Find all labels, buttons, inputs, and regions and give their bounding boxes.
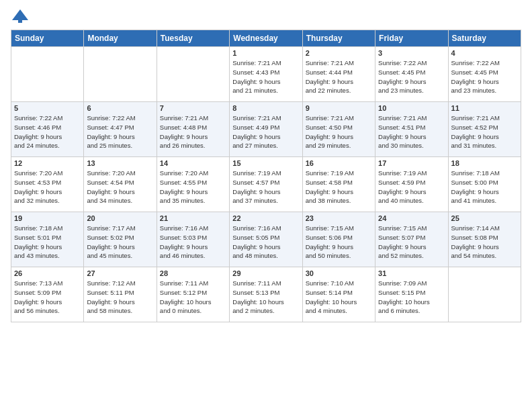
day-number: 1 [232, 49, 299, 57]
day-info: Sunrise: 7:14 AM Sunset: 5:08 PM Dayligh… [451, 224, 518, 261]
calendar-cell [157, 47, 229, 102]
calendar-cell: 18Sunrise: 7:18 AM Sunset: 5:00 PM Dayli… [448, 157, 521, 212]
day-info: Sunrise: 7:16 AM Sunset: 5:03 PM Dayligh… [160, 224, 226, 261]
day-info: Sunrise: 7:15 AM Sunset: 5:07 PM Dayligh… [378, 224, 445, 261]
calendar-cell: 20Sunrise: 7:17 AM Sunset: 5:02 PM Dayli… [84, 212, 157, 267]
day-info: Sunrise: 7:11 AM Sunset: 5:12 PM Dayligh… [160, 279, 226, 316]
calendar-cell: 22Sunrise: 7:16 AM Sunset: 5:05 PM Dayli… [230, 212, 302, 267]
day-number: 4 [451, 49, 518, 57]
calendar-day-header: Tuesday [157, 30, 229, 47]
day-info: Sunrise: 7:21 AM Sunset: 4:49 PM Dayligh… [232, 113, 299, 150]
day-number: 21 [160, 214, 226, 222]
day-info: Sunrise: 7:21 AM Sunset: 4:52 PM Dayligh… [451, 113, 518, 150]
day-info: Sunrise: 7:13 AM Sunset: 5:09 PM Dayligh… [14, 279, 81, 316]
day-info: Sunrise: 7:12 AM Sunset: 5:11 PM Dayligh… [87, 279, 153, 316]
day-number: 27 [87, 269, 153, 277]
calendar-week-row: 1Sunrise: 7:21 AM Sunset: 4:43 PM Daylig… [11, 47, 521, 102]
day-info: Sunrise: 7:10 AM Sunset: 5:14 PM Dayligh… [306, 279, 372, 316]
calendar-cell: 30Sunrise: 7:10 AM Sunset: 5:14 PM Dayli… [302, 267, 375, 322]
calendar-header-row: SundayMondayTuesdayWednesdayThursdayFrid… [11, 30, 521, 47]
header [11, 7, 521, 26]
calendar-day-header: Sunday [11, 30, 84, 47]
calendar-cell: 23Sunrise: 7:15 AM Sunset: 5:06 PM Dayli… [302, 212, 375, 267]
calendar-cell: 12Sunrise: 7:20 AM Sunset: 4:53 PM Dayli… [11, 157, 84, 212]
calendar-cell: 7Sunrise: 7:21 AM Sunset: 4:48 PM Daylig… [157, 102, 229, 157]
calendar-day-header: Thursday [302, 30, 375, 47]
day-number: 6 [87, 104, 153, 112]
day-number: 29 [232, 269, 299, 277]
day-number: 5 [14, 104, 81, 112]
calendar-cell: 27Sunrise: 7:12 AM Sunset: 5:11 PM Dayli… [84, 267, 157, 322]
day-info: Sunrise: 7:21 AM Sunset: 4:50 PM Dayligh… [306, 113, 372, 150]
day-number: 25 [451, 214, 518, 222]
calendar-cell: 1Sunrise: 7:21 AM Sunset: 4:43 PM Daylig… [230, 47, 302, 102]
calendar-cell [448, 267, 521, 322]
day-info: Sunrise: 7:18 AM Sunset: 5:00 PM Dayligh… [451, 169, 518, 205]
day-info: Sunrise: 7:21 AM Sunset: 4:51 PM Dayligh… [378, 113, 445, 150]
logo-icon [11, 7, 30, 26]
day-number: 13 [87, 159, 153, 167]
day-number: 16 [306, 159, 372, 167]
day-number: 10 [378, 104, 445, 112]
calendar-cell: 4Sunrise: 7:22 AM Sunset: 4:45 PM Daylig… [448, 47, 521, 102]
page: SundayMondayTuesdayWednesdayThursdayFrid… [0, 0, 532, 411]
day-info: Sunrise: 7:20 AM Sunset: 4:55 PM Dayligh… [160, 169, 226, 205]
calendar-cell: 10Sunrise: 7:21 AM Sunset: 4:51 PM Dayli… [375, 102, 448, 157]
day-info: Sunrise: 7:15 AM Sunset: 5:06 PM Dayligh… [306, 224, 372, 261]
day-number: 8 [232, 104, 299, 112]
day-info: Sunrise: 7:22 AM Sunset: 4:47 PM Dayligh… [87, 113, 153, 150]
calendar-day-header: Friday [375, 30, 448, 47]
calendar-cell: 28Sunrise: 7:11 AM Sunset: 5:12 PM Dayli… [157, 267, 229, 322]
day-number: 17 [378, 159, 445, 167]
calendar-cell: 26Sunrise: 7:13 AM Sunset: 5:09 PM Dayli… [11, 267, 84, 322]
day-info: Sunrise: 7:20 AM Sunset: 4:53 PM Dayligh… [14, 169, 81, 205]
day-number: 28 [160, 269, 226, 277]
day-info: Sunrise: 7:21 AM Sunset: 4:48 PM Dayligh… [160, 113, 226, 150]
day-info: Sunrise: 7:16 AM Sunset: 5:05 PM Dayligh… [232, 224, 299, 261]
day-number: 24 [378, 214, 445, 222]
day-info: Sunrise: 7:20 AM Sunset: 4:54 PM Dayligh… [87, 169, 153, 205]
day-number: 9 [306, 104, 372, 112]
calendar-day-header: Wednesday [230, 30, 302, 47]
calendar-cell: 6Sunrise: 7:22 AM Sunset: 4:47 PM Daylig… [84, 102, 157, 157]
day-number: 2 [306, 49, 372, 57]
day-number: 19 [14, 214, 81, 222]
day-info: Sunrise: 7:19 AM Sunset: 4:59 PM Dayligh… [378, 169, 445, 205]
calendar-cell: 31Sunrise: 7:09 AM Sunset: 5:15 PM Dayli… [375, 267, 448, 322]
calendar-week-row: 26Sunrise: 7:13 AM Sunset: 5:09 PM Dayli… [11, 267, 521, 322]
day-info: Sunrise: 7:11 AM Sunset: 5:13 PM Dayligh… [232, 279, 299, 316]
day-number: 7 [160, 104, 226, 112]
calendar-cell: 25Sunrise: 7:14 AM Sunset: 5:08 PM Dayli… [448, 212, 521, 267]
day-number: 14 [160, 159, 226, 167]
day-info: Sunrise: 7:18 AM Sunset: 5:01 PM Dayligh… [14, 224, 81, 261]
day-info: Sunrise: 7:22 AM Sunset: 4:45 PM Dayligh… [378, 58, 445, 95]
calendar-day-header: Saturday [448, 30, 521, 47]
day-number: 18 [451, 159, 518, 167]
day-info: Sunrise: 7:22 AM Sunset: 4:45 PM Dayligh… [451, 58, 518, 95]
calendar-cell [84, 47, 157, 102]
day-number: 3 [378, 49, 445, 57]
day-number: 11 [451, 104, 518, 112]
calendar-cell: 24Sunrise: 7:15 AM Sunset: 5:07 PM Dayli… [375, 212, 448, 267]
calendar-cell: 29Sunrise: 7:11 AM Sunset: 5:13 PM Dayli… [230, 267, 302, 322]
day-number: 15 [232, 159, 299, 167]
day-number: 31 [378, 269, 445, 277]
calendar-week-row: 5Sunrise: 7:22 AM Sunset: 4:46 PM Daylig… [11, 102, 521, 157]
day-info: Sunrise: 7:19 AM Sunset: 4:58 PM Dayligh… [306, 169, 372, 205]
calendar-cell: 16Sunrise: 7:19 AM Sunset: 4:58 PM Dayli… [302, 157, 375, 212]
calendar-cell: 5Sunrise: 7:22 AM Sunset: 4:46 PM Daylig… [11, 102, 84, 157]
day-number: 12 [14, 159, 81, 167]
calendar-table: SundayMondayTuesdayWednesdayThursdayFrid… [11, 30, 521, 322]
calendar-cell [11, 47, 84, 102]
calendar-day-header: Monday [84, 30, 157, 47]
calendar-cell: 11Sunrise: 7:21 AM Sunset: 4:52 PM Dayli… [448, 102, 521, 157]
calendar-cell: 14Sunrise: 7:20 AM Sunset: 4:55 PM Dayli… [157, 157, 229, 212]
day-number: 30 [306, 269, 372, 277]
day-number: 22 [232, 214, 299, 222]
day-info: Sunrise: 7:21 AM Sunset: 4:43 PM Dayligh… [232, 58, 299, 95]
day-number: 20 [87, 214, 153, 222]
day-number: 23 [306, 214, 372, 222]
day-info: Sunrise: 7:09 AM Sunset: 5:15 PM Dayligh… [378, 279, 445, 316]
calendar-cell: 9Sunrise: 7:21 AM Sunset: 4:50 PM Daylig… [302, 102, 375, 157]
day-info: Sunrise: 7:19 AM Sunset: 4:57 PM Dayligh… [232, 169, 299, 205]
